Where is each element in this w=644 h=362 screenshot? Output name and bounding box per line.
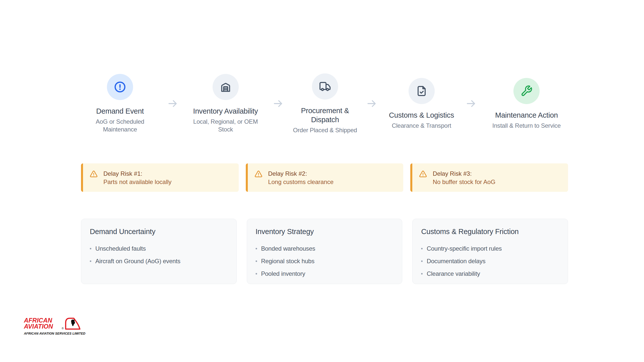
truck-icon — [319, 80, 331, 93]
step-icon-badge — [513, 78, 540, 104]
card-title: Customs & Regulatory Friction — [421, 228, 560, 236]
list-item-text: Country-specific import rules — [427, 245, 502, 252]
alert-triangle-icon — [419, 170, 427, 178]
flow-arrow-icon — [167, 98, 179, 109]
logo-top: AFRICAN AVIATION ® — [24, 317, 84, 330]
step-subtitle: Clearance & Transport — [392, 122, 451, 129]
warehouse-icon — [220, 81, 232, 93]
bullet-dot — [421, 260, 423, 262]
flow-step-customs-logistics: Customs & Logistics Clearance & Transpor… — [386, 78, 458, 129]
alert-triangle-icon — [254, 170, 263, 178]
list-item: Unscheduled faults — [90, 242, 229, 255]
flow-step-demand-event: Demand Event AoG or Scheduled Maintenanc… — [81, 74, 159, 133]
step-title: Demand Event — [96, 107, 144, 116]
process-flow-row: Demand Event AoG or Scheduled Maintenanc… — [81, 72, 568, 135]
step-subtitle: Local, Regional, or OEM Stock — [187, 118, 265, 133]
flow-step-inventory-availability: Inventory Availability Local, Regional, … — [187, 74, 265, 133]
list-item: Regional stock hubs — [256, 255, 395, 267]
list-item-text: Bonded warehouses — [261, 245, 315, 252]
list-item: Pooled inventory — [256, 267, 395, 280]
card-title: Inventory Strategy — [256, 228, 395, 236]
list-item: Clearance variability — [421, 267, 560, 280]
list-item-text: Clearance variability — [427, 270, 480, 277]
step-title: Customs & Logistics — [389, 111, 454, 120]
step-title: Procurement & Dispatch — [292, 106, 358, 124]
logo-wordmark: AFRICAN AVIATION — [24, 317, 53, 329]
logo-tagline: AFRICAN AVIATION SERVICES LIMITED — [24, 332, 80, 335]
list-item: Country-specific import rules — [421, 242, 560, 255]
risk-description: Long customs clearance — [268, 178, 334, 186]
step-icon-badge — [409, 78, 435, 104]
bullet-dot — [256, 248, 257, 249]
list-item-text: Documentation delays — [427, 258, 485, 265]
card-inventory-strategy: Inventory Strategy Bonded warehouses Reg… — [247, 219, 403, 284]
step-icon-badge — [107, 74, 133, 100]
bullet-dot — [421, 273, 423, 275]
step-subtitle: Order Placed & Shipped — [293, 126, 357, 134]
step-title: Maintenance Action — [495, 111, 558, 120]
logo-word-aviation: AVIATION — [24, 323, 53, 329]
step-subtitle: AoG or Scheduled Maintenance — [81, 118, 159, 133]
risk-text: Delay Risk #1: Parts not available local… — [103, 169, 172, 186]
step-icon-badge — [312, 73, 338, 100]
african-aviation-logo: AFRICAN AVIATION ® AFRICAN AVIATION SERV… — [24, 317, 84, 335]
step-title: Inventory Availability — [193, 107, 258, 116]
alert-circle-icon — [114, 81, 126, 93]
list-item-text: Pooled inventory — [261, 270, 305, 277]
info-card-row: Demand Uncertainty Unscheduled faults Ai… — [81, 219, 568, 284]
file-check-icon — [416, 85, 428, 97]
registered-trademark-symbol: ® — [62, 327, 64, 330]
risk-label: Delay Risk #1: — [103, 169, 172, 178]
list-item-text: Unscheduled faults — [95, 245, 146, 252]
wrench-icon — [520, 85, 533, 97]
flow-step-maintenance-action: Maintenance Action Install & Return to S… — [485, 78, 568, 129]
alert-triangle-icon — [90, 170, 98, 178]
list-item: Aircraft on Ground (AoG) events — [90, 255, 229, 267]
supply-chain-flow-slide: Demand Event AoG or Scheduled Maintenanc… — [0, 0, 644, 362]
tail-fin-icon — [65, 317, 81, 330]
risk-description: Parts not available locally — [103, 178, 172, 186]
flow-arrow-icon — [465, 98, 477, 109]
risk-text: Delay Risk #3: No buffer stock for AoG — [433, 169, 495, 186]
risk-label: Delay Risk #3: — [433, 169, 495, 178]
step-subtitle: Install & Return to Service — [492, 122, 561, 129]
risk-banner-2: Delay Risk #2: Long customs clearance — [246, 163, 404, 192]
flow-step-procurement-dispatch: Procurement & Dispatch Order Placed & Sh… — [292, 73, 358, 134]
flow-arrow-icon — [366, 98, 378, 109]
risk-banner-1: Delay Risk #1: Parts not available local… — [81, 163, 239, 192]
card-title: Demand Uncertainty — [90, 228, 229, 236]
bullet-dot — [256, 260, 257, 262]
bullet-dot — [256, 273, 257, 275]
risk-label: Delay Risk #2: — [268, 169, 334, 178]
risk-description: No buffer stock for AoG — [433, 178, 495, 186]
list-item: Bonded warehouses — [256, 242, 395, 255]
list-item: Documentation delays — [421, 255, 560, 267]
bullet-dot — [421, 248, 423, 249]
card-customs-regulatory-friction: Customs & Regulatory Friction Country-sp… — [412, 219, 568, 284]
card-demand-uncertainty: Demand Uncertainty Unscheduled faults Ai… — [81, 219, 237, 284]
delay-risk-row: Delay Risk #1: Parts not available local… — [81, 163, 568, 192]
bullet-dot — [90, 260, 91, 262]
list-item-text: Regional stock hubs — [261, 258, 314, 265]
bullet-dot — [90, 248, 91, 249]
flow-arrow-icon — [272, 98, 284, 109]
risk-text: Delay Risk #2: Long customs clearance — [268, 169, 334, 186]
step-icon-badge — [213, 74, 239, 100]
risk-banner-3: Delay Risk #3: No buffer stock for AoG — [410, 163, 568, 192]
list-item-text: Aircraft on Ground (AoG) events — [95, 258, 180, 265]
